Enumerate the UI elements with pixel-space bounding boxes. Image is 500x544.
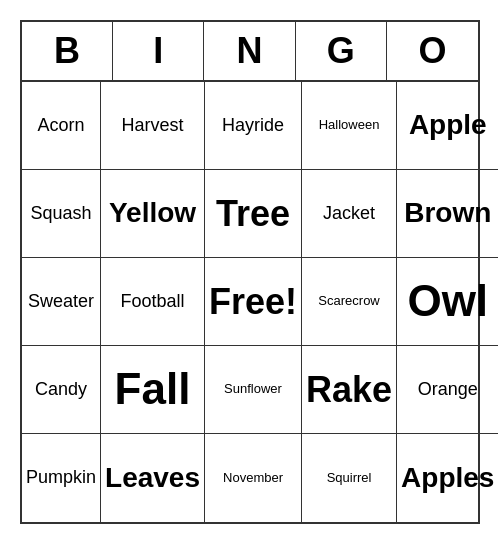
cell-text-4-3: Squirrel [327, 471, 372, 485]
bingo-cell-4-0: Pumpkin [22, 434, 101, 522]
cell-text-3-0: Candy [35, 380, 87, 400]
cell-text-4-4: Apples [401, 463, 494, 494]
header-letter-I: I [113, 22, 204, 80]
bingo-cell-0-4: Apple [397, 82, 498, 170]
cell-text-2-0: Sweater [28, 292, 94, 312]
bingo-cell-1-3: Jacket [302, 170, 397, 258]
cell-text-1-4: Brown [404, 198, 491, 229]
cell-text-0-0: Acorn [38, 116, 85, 136]
cell-text-4-2: November [223, 471, 283, 485]
cell-text-0-3: Halloween [319, 118, 380, 132]
bingo-cell-2-0: Sweater [22, 258, 101, 346]
cell-text-3-3: Rake [306, 370, 392, 410]
bingo-cell-4-1: Leaves [101, 434, 205, 522]
bingo-cell-0-2: Hayride [205, 82, 302, 170]
cell-text-1-0: Squash [30, 204, 91, 224]
bingo-cell-2-4: Owl [397, 258, 498, 346]
cell-text-2-2: Free! [209, 282, 297, 322]
bingo-cell-3-3: Rake [302, 346, 397, 434]
bingo-cell-1-4: Brown [397, 170, 498, 258]
bingo-cell-2-2: Free! [205, 258, 302, 346]
bingo-cell-0-1: Harvest [101, 82, 205, 170]
bingo-cell-2-3: Scarecrow [302, 258, 397, 346]
bingo-cell-3-1: Fall [101, 346, 205, 434]
bingo-cell-3-4: Orange [397, 346, 498, 434]
bingo-cell-3-0: Candy [22, 346, 101, 434]
bingo-cell-0-3: Halloween [302, 82, 397, 170]
cell-text-0-4: Apple [409, 110, 487, 141]
header-letter-N: N [204, 22, 295, 80]
cell-text-2-3: Scarecrow [318, 294, 379, 308]
cell-text-4-0: Pumpkin [26, 468, 96, 488]
cell-text-1-1: Yellow [109, 198, 196, 229]
header-letter-B: B [22, 22, 113, 80]
cell-text-0-1: Harvest [122, 116, 184, 136]
bingo-cell-4-4: Apples [397, 434, 498, 522]
bingo-cell-4-3: Squirrel [302, 434, 397, 522]
bingo-cell-1-1: Yellow [101, 170, 205, 258]
bingo-cell-2-1: Football [101, 258, 205, 346]
bingo-cell-1-0: Squash [22, 170, 101, 258]
bingo-cell-1-2: Tree [205, 170, 302, 258]
header-letter-O: O [387, 22, 478, 80]
bingo-header: BINGO [22, 22, 478, 82]
bingo-cell-4-2: November [205, 434, 302, 522]
cell-text-3-1: Fall [115, 365, 191, 413]
cell-text-3-4: Orange [418, 380, 478, 400]
cell-text-1-3: Jacket [323, 204, 375, 224]
cell-text-2-1: Football [120, 292, 184, 312]
cell-text-3-2: Sunflower [224, 382, 282, 396]
bingo-cell-3-2: Sunflower [205, 346, 302, 434]
cell-text-1-2: Tree [216, 194, 290, 234]
cell-text-4-1: Leaves [105, 463, 200, 494]
bingo-card: BINGO AcornHarvestHayrideHalloweenAppleS… [20, 20, 480, 524]
cell-text-0-2: Hayride [222, 116, 284, 136]
cell-text-2-4: Owl [407, 277, 488, 325]
bingo-grid: AcornHarvestHayrideHalloweenAppleSquashY… [22, 82, 478, 522]
bingo-cell-0-0: Acorn [22, 82, 101, 170]
header-letter-G: G [296, 22, 387, 80]
